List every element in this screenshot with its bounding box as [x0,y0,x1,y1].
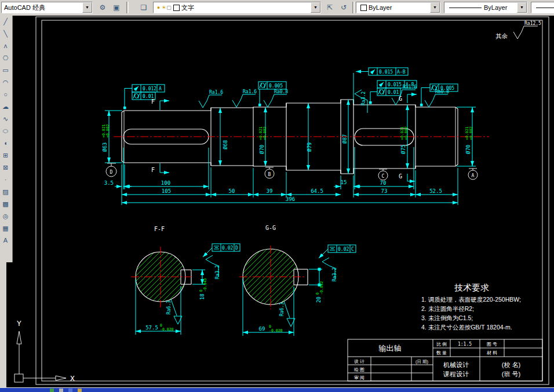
color-combo-value: ByLayer [369,4,392,11]
insert-block-button[interactable]: ⊞ [0,149,11,162]
layer-previous-button[interactable]: ↺ [337,2,350,13]
taskbar-icon[interactable] [50,389,54,392]
hatch-tool-button[interactable]: ▨ [0,186,11,198]
toolbar-separator [126,2,129,13]
chevron-down-icon[interactable]: ▼ [517,2,527,13]
make-object-layer-current-button[interactable]: ⇱ [323,2,336,13]
layer-color-swatch [173,5,180,11]
color-swatch [360,5,367,11]
lineweight-sample [536,8,554,8]
layer-freeze-sun-icon[interactable]: ☀ [161,3,166,12]
layer-lock-icon[interactable]: ▢ [166,3,172,12]
line-tool-button[interactable]: ╱ [0,16,11,28]
workspace-combo-value: AutoCAD 经典 [4,3,45,12]
ellipse-arc-tool-button[interactable]: ◖ [0,137,11,149]
display-button[interactable]: ▣ [110,2,123,13]
polyline-tool-button[interactable]: ʌ [0,40,11,52]
gradient-tool-button[interactable]: ▩ [0,198,11,210]
layer-combo[interactable]: ● ☀ ▢ 文字 ▼ [153,2,321,13]
draw-toolbar: ╱ ╲ ʌ ⎔ ▭ ◠ ○ ☁ ∿ ⬭ ◖ ⊞ ⊠ · ▨ ▩ ◎ ▦ A [0,16,13,262]
workspace-combo[interactable]: AutoCAD 经典 ▼ [1,2,93,13]
polygon-tool-button[interactable]: ⎔ [0,52,11,64]
linetype-sample [449,8,482,8]
taskbar-icon[interactable] [78,389,82,392]
left-edge-strip [0,262,6,387]
circle-tool-button[interactable]: ○ [0,89,11,101]
linetype-combo-value: ByLayer [484,4,507,11]
layer-combo-value: 文字 [181,3,194,12]
region-tool-button[interactable]: ◎ [0,210,11,222]
ellipse-tool-button[interactable]: ⬭ [0,125,11,137]
monitor-icon: ▣ [113,3,119,12]
workspace-settings-button[interactable]: ⚙ [96,2,109,13]
linetype-combo[interactable]: ByLayer ▼ [444,2,527,13]
gear-icon: ⚙ [100,3,106,12]
autocad-window: AutoCAD 经典 ▼ ⚙ ▣ ❏ ● ☀ ▢ 文字 ▼ ⇱ ↺ ByLaye… [0,0,554,392]
layer-on-bulb-icon[interactable]: ● [156,3,161,12]
layer-manager-button[interactable]: ❏ [137,2,151,13]
drawing-canvas[interactable] [6,16,554,387]
make-block-button[interactable]: ⊠ [0,162,11,174]
mtext-tool-button[interactable]: A [0,235,11,247]
color-combo[interactable]: ByLayer ▼ [356,2,440,13]
table-tool-button[interactable]: ▦ [0,222,11,235]
lineweight-combo[interactable]: ByLayer [531,2,554,13]
taskbar[interactable] [0,387,554,392]
toolbar-separator [352,2,355,13]
rectangle-tool-button[interactable]: ▭ [0,64,11,76]
chevron-down-icon[interactable]: ▼ [430,2,440,13]
chevron-down-icon[interactable]: ▼ [82,2,92,13]
taskbar-icon[interactable] [68,389,72,392]
construction-line-tool-button[interactable]: ╲ [0,28,11,40]
chevron-down-icon[interactable]: ▼ [311,2,320,13]
layers-icon: ❏ [141,3,147,12]
point-tool-button[interactable]: · [0,174,11,186]
layer-arrow-icon: ⇱ [327,3,333,12]
top-toolbar: AutoCAD 经典 ▼ ⚙ ▣ ❏ ● ☀ ▢ 文字 ▼ ⇱ ↺ ByLaye… [0,0,554,16]
spline-tool-button[interactable]: ∿ [0,113,11,125]
arc-tool-button[interactable]: ◠ [0,76,11,89]
undo-layer-icon: ↺ [341,3,347,12]
taskbar-icon[interactable] [59,389,63,392]
revcloud-tool-button[interactable]: ☁ [0,101,11,113]
